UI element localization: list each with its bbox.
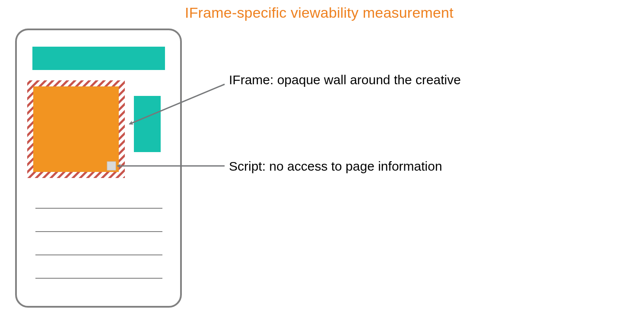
creative-block [33,86,119,172]
page-banner [32,47,165,70]
side-column [134,96,161,152]
diagram-svg [0,0,644,318]
script-pixel [107,162,116,170]
